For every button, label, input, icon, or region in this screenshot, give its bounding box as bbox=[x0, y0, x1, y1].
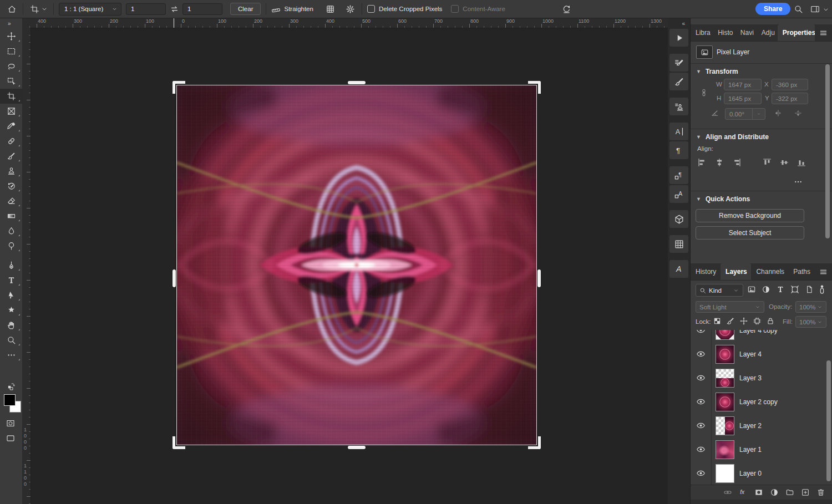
visibility-eye-icon[interactable] bbox=[691, 414, 712, 437]
filter-pixel-icon[interactable] bbox=[747, 285, 757, 294]
patterns-panel-icon[interactable] bbox=[669, 235, 688, 253]
swap-dimensions-icon[interactable] bbox=[168, 3, 180, 15]
pen-tool[interactable] bbox=[0, 258, 22, 273]
width-field[interactable]: 1647 px bbox=[724, 79, 762, 90]
home-icon[interactable] bbox=[6, 3, 18, 15]
character-styles-panel-icon[interactable]: A bbox=[669, 185, 688, 203]
crop-handle-bottom-left[interactable] bbox=[173, 436, 185, 449]
crop-handle-top-left[interactable] bbox=[173, 81, 185, 94]
crop-overlay-icon[interactable] bbox=[324, 3, 337, 15]
toolbar-collapse-icon[interactable]: » bbox=[0, 18, 22, 29]
crop-handle-top-right[interactable] bbox=[528, 81, 541, 94]
delete-layer-icon[interactable] bbox=[816, 488, 825, 497]
select-subject-button[interactable]: Select Subject bbox=[696, 226, 804, 240]
lasso-tool[interactable] bbox=[0, 59, 22, 74]
tab-paths[interactable]: Paths bbox=[788, 263, 815, 280]
transform-section-header[interactable]: ▼ Transform bbox=[696, 68, 738, 75]
eyedropper-tool[interactable] bbox=[0, 119, 22, 134]
flip-vertical-icon[interactable] bbox=[794, 109, 803, 118]
crop-tool[interactable] bbox=[0, 89, 22, 104]
crop-handle-left[interactable] bbox=[173, 269, 176, 287]
horizontal-ruler[interactable]: 4003002001000100200300400500600700800900… bbox=[22, 18, 668, 28]
height-field[interactable]: 1645 px bbox=[724, 93, 762, 104]
dodge-tool[interactable] bbox=[0, 238, 22, 253]
new-adjustment-icon[interactable] bbox=[770, 488, 779, 497]
visibility-eye-icon[interactable] bbox=[691, 330, 712, 342]
filter-kind-select[interactable]: Kind bbox=[696, 284, 743, 297]
crop-handle-bottom[interactable] bbox=[348, 446, 366, 449]
type-tool[interactable] bbox=[0, 273, 22, 288]
custom-shape-tool[interactable] bbox=[0, 303, 22, 318]
quick-actions-header[interactable]: ▼ Quick Actions bbox=[696, 195, 750, 203]
new-group-icon[interactable] bbox=[785, 488, 794, 497]
clear-button[interactable]: Clear bbox=[230, 3, 261, 15]
layer-row[interactable]: Layer 0 bbox=[691, 461, 832, 485]
layer-style-icon[interactable]: fx bbox=[739, 488, 748, 497]
crop-width-input[interactable] bbox=[126, 3, 166, 15]
share-button[interactable]: Share bbox=[755, 3, 790, 15]
filter-smart-object-icon[interactable] bbox=[805, 285, 814, 294]
workspace-chevron-icon[interactable] bbox=[822, 3, 830, 16]
delete-cropped-pixels-checkbox[interactable]: Delete Cropped Pixels bbox=[367, 5, 442, 13]
link-dimensions-icon[interactable] bbox=[699, 83, 709, 103]
layer-row[interactable]: Layer 2 bbox=[691, 414, 832, 438]
rotation-chevron-icon[interactable] bbox=[752, 108, 765, 120]
gradient-tool[interactable] bbox=[0, 208, 22, 223]
lock-paint-icon[interactable] bbox=[726, 317, 735, 326]
layer-thumbnail[interactable] bbox=[716, 440, 734, 459]
tab-libraries[interactable]: Libra bbox=[691, 24, 713, 41]
align-center-v-icon[interactable] bbox=[779, 157, 790, 169]
tab-navigator[interactable]: Navi bbox=[735, 24, 757, 41]
glyphs-panel-icon[interactable]: A bbox=[669, 260, 688, 278]
panel-menu-icon[interactable] bbox=[815, 263, 832, 280]
straighten-button[interactable]: Straighten bbox=[271, 4, 313, 14]
tab-adjustments[interactable]: Adju bbox=[757, 24, 778, 41]
hand-tool[interactable] bbox=[0, 318, 22, 333]
clone-source-panel-icon[interactable] bbox=[669, 98, 688, 115]
tab-histogram[interactable]: Histo bbox=[713, 24, 735, 41]
filter-toggle-icon[interactable] bbox=[817, 282, 827, 297]
rectangular-marquee-tool[interactable] bbox=[0, 44, 22, 59]
layer-thumbnail[interactable] bbox=[716, 416, 734, 435]
tool-preset-chevron-icon[interactable] bbox=[40, 3, 48, 15]
clone-stamp-tool[interactable] bbox=[0, 164, 22, 179]
align-more-icon[interactable] bbox=[794, 177, 803, 187]
brushes-panel-icon[interactable] bbox=[669, 73, 688, 90]
filter-type-icon[interactable] bbox=[776, 285, 785, 294]
rotation-field[interactable]: 0.00° bbox=[725, 108, 756, 120]
visibility-eye-icon[interactable] bbox=[691, 342, 712, 366]
default-swap-colors-icon[interactable] bbox=[0, 381, 22, 391]
layer-row[interactable]: Layer 2 copy bbox=[691, 390, 832, 414]
lock-position-icon[interactable] bbox=[739, 317, 749, 326]
align-right-icon[interactable] bbox=[732, 157, 743, 169]
paragraph-styles-panel-icon[interactable]: ¶ bbox=[669, 166, 688, 184]
new-layer-icon[interactable] bbox=[801, 488, 810, 497]
visibility-eye-icon[interactable] bbox=[691, 366, 712, 390]
document-image[interactable] bbox=[176, 85, 537, 445]
path-selection-tool[interactable] bbox=[0, 288, 22, 303]
panel-menu-icon[interactable] bbox=[815, 24, 832, 41]
visibility-eye-icon[interactable] bbox=[691, 461, 712, 485]
screen-mode-icon[interactable] bbox=[5, 434, 17, 444]
layer-row[interactable]: Layer 1 bbox=[691, 437, 832, 462]
y-field[interactable]: -322 px bbox=[772, 93, 808, 104]
opacity-field[interactable]: 100% bbox=[795, 301, 826, 313]
layer-thumbnail[interactable] bbox=[716, 330, 734, 340]
x-field[interactable]: -360 px bbox=[772, 79, 808, 90]
align-center-h-icon[interactable] bbox=[714, 157, 726, 169]
spot-healing-brush-tool[interactable] bbox=[0, 134, 22, 149]
dock-collapse-icon[interactable]: « bbox=[668, 18, 690, 28]
layer-thumbnail[interactable] bbox=[716, 345, 734, 364]
vertical-ruler[interactable]: 10001100 bbox=[22, 28, 31, 504]
crop-ratio-select[interactable]: 1 : 1 (Square) bbox=[59, 3, 121, 16]
checkbox-box[interactable] bbox=[367, 5, 375, 13]
layer-row[interactable]: Layer 3 bbox=[691, 366, 832, 390]
filter-shape-icon[interactable] bbox=[790, 285, 800, 294]
fill-field[interactable]: 100% bbox=[795, 316, 826, 328]
add-mask-icon[interactable] bbox=[754, 488, 763, 497]
align-left-icon[interactable] bbox=[697, 157, 708, 169]
character-panel-icon[interactable]: A bbox=[669, 123, 688, 140]
3d-panel-icon[interactable] bbox=[669, 210, 688, 228]
blend-mode-select[interactable]: Soft Light bbox=[696, 301, 764, 313]
paragraph-panel-icon[interactable]: ¶ bbox=[669, 141, 688, 159]
